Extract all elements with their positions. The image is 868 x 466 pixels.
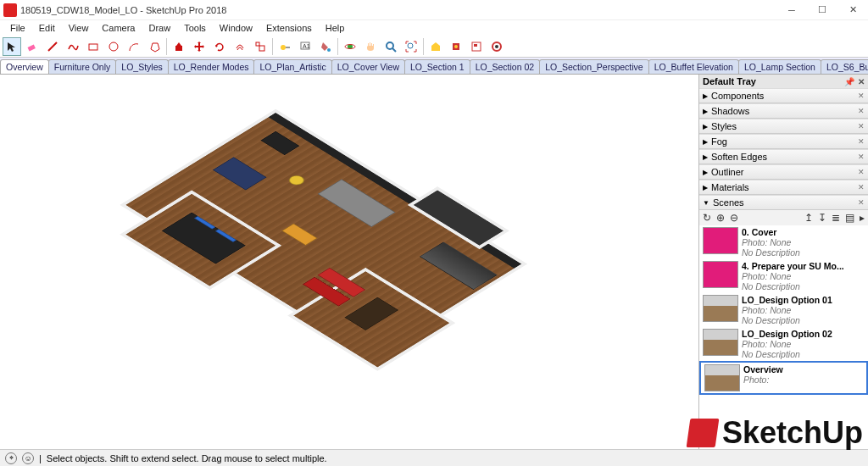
credits-icon[interactable]: ☺ — [22, 452, 34, 464]
arc-tool[interactable] — [125, 37, 143, 56]
scene-tab[interactable]: LO_Section 02 — [470, 59, 540, 74]
menu-extensions[interactable]: Extensions — [259, 21, 319, 35]
menu-view[interactable]: View — [62, 21, 96, 35]
tray-title: Default Tray — [703, 76, 756, 86]
scene-item-text: 4. Prepare your SU Mo...Photo: NoneNo De… — [742, 261, 844, 291]
scene-list-item[interactable]: 0. CoverPhoto: NoneNo Description — [699, 225, 868, 259]
pan-tool[interactable] — [361, 37, 380, 56]
panel-label: Outliner — [711, 167, 858, 177]
maximize-button[interactable]: ☐ — [807, 0, 837, 20]
scene-thumbnail — [703, 295, 738, 322]
tray-panel-components[interactable]: ▶Components✕ — [699, 88, 868, 103]
scene-add-icon[interactable]: ⊕ — [716, 212, 725, 224]
svg-point-9 — [327, 48, 331, 52]
move-tool[interactable] — [190, 37, 209, 56]
scene-moveup-icon[interactable]: ↥ — [804, 212, 813, 224]
panel-label: Fog — [711, 136, 858, 147]
default-tray: Default Tray 📌✕ ▶Components✕▶Shadows✕▶St… — [698, 75, 868, 449]
scene-list-item[interactable]: LO_Design Option 02Photo: NoneNo Descrip… — [699, 327, 868, 361]
scene-tab[interactable]: Overview — [0, 59, 49, 74]
svg-point-13 — [408, 43, 413, 48]
tray-panel-scenes[interactable]: ▼Scenes✕ — [699, 195, 868, 210]
scenes-panel-body: ↻ ⊕ ⊖ ↥ ↧ ≣ ▤ ▸ 0. CoverPhoto: NoneNo De… — [699, 210, 868, 449]
scale-tool[interactable] — [251, 37, 270, 56]
app-icon — [3, 3, 17, 17]
model-viewport[interactable] — [0, 75, 698, 449]
tray-panel-shadows[interactable]: ▶Shadows✕ — [699, 103, 868, 119]
eraser-tool[interactable] — [23, 37, 42, 56]
panel-close-icon[interactable]: ✕ — [858, 198, 865, 207]
scene-tab[interactable]: LO_Buffet Elevation — [648, 59, 739, 74]
tray-panel-outliner[interactable]: ▶Outliner✕ — [699, 164, 868, 180]
sketchup-watermark: SketchUp — [688, 415, 863, 451]
orbit-tool[interactable] — [341, 37, 359, 56]
scene-list-item[interactable]: LO_Design Option 01Photo: NoneNo Descrip… — [699, 293, 868, 327]
scene-tab[interactable]: Furniture Only — [48, 59, 117, 74]
scene-remove-icon[interactable]: ⊖ — [730, 212, 738, 224]
tray-panel-styles[interactable]: ▶Styles✕ — [699, 119, 868, 134]
warehouse-tool[interactable] — [426, 37, 445, 56]
scene-tab[interactable]: LO_Render Modes — [168, 59, 255, 74]
menu-draw[interactable]: Draw — [142, 21, 177, 35]
scene-view-details-icon[interactable]: ▤ — [845, 212, 854, 224]
panel-close-icon[interactable]: ✕ — [858, 153, 865, 161]
menu-file[interactable]: File — [3, 21, 32, 35]
scene-menu-icon[interactable]: ▸ — [860, 212, 865, 224]
text-tool[interactable]: A1 — [296, 37, 314, 56]
tray-panel-soften-edges[interactable]: ▶Soften Edges✕ — [699, 149, 868, 164]
scene-tab[interactable]: LO_Section_Perspective — [539, 59, 649, 74]
zoom-extents-tool[interactable] — [402, 37, 420, 56]
menu-window[interactable]: Window — [213, 21, 259, 35]
menu-camera[interactable]: Camera — [95, 21, 142, 35]
offset-tool[interactable] — [231, 37, 249, 56]
menu-help[interactable]: Help — [319, 21, 352, 35]
scene-tab[interactable]: LO_Section 1 — [404, 59, 470, 74]
tray-close-icon[interactable]: ✕ — [858, 77, 865, 86]
panel-close-icon[interactable]: ✕ — [858, 168, 865, 176]
tray-pin-icon[interactable]: 📌 — [844, 77, 854, 86]
window-controls: ─ ☐ ✕ — [776, 0, 868, 20]
scene-tab[interactable]: LO_Cover View — [331, 59, 405, 74]
scene-tab[interactable]: LO_Lamp Section — [738, 59, 821, 74]
panel-close-icon[interactable]: ✕ — [858, 92, 865, 100]
rotate-tool[interactable] — [210, 37, 229, 56]
sketchup-cube-icon — [687, 419, 720, 447]
line-tool[interactable] — [43, 37, 62, 56]
pushpull-tool[interactable] — [170, 37, 188, 56]
panel-close-icon[interactable]: ✕ — [858, 122, 865, 130]
extension-manager-tool[interactable] — [487, 37, 506, 56]
polygon-tool[interactable] — [145, 37, 164, 56]
panel-close-icon[interactable]: ✕ — [858, 183, 865, 191]
panel-close-icon[interactable]: ✕ — [858, 137, 865, 146]
scene-movedown-icon[interactable]: ↧ — [818, 212, 826, 224]
scene-update-icon[interactable]: ↻ — [703, 212, 711, 224]
scene-view-list-icon[interactable]: ≣ — [832, 212, 840, 224]
select-tool[interactable] — [3, 37, 21, 56]
scene-tab[interactable]: LO_Styles — [115, 59, 168, 74]
zoom-tool[interactable] — [381, 37, 400, 56]
tray-panel-fog[interactable]: ▶Fog✕ — [699, 134, 868, 149]
tray-panel-materials[interactable]: ▶Materials✕ — [699, 180, 868, 195]
menu-tools[interactable]: Tools — [177, 21, 213, 35]
panel-label: Soften Edges — [711, 152, 858, 162]
paint-tool[interactable] — [316, 37, 335, 56]
disclosure-icon: ▶ — [703, 169, 708, 176]
layout-tool[interactable] — [467, 37, 486, 56]
panel-close-icon[interactable]: ✕ — [858, 107, 865, 115]
close-button[interactable]: ✕ — [837, 0, 868, 20]
svg-rect-1 — [89, 44, 97, 50]
geolocation-icon[interactable]: ⌖ — [5, 452, 17, 464]
extension-warehouse-tool[interactable] — [447, 37, 465, 56]
circle-tool[interactable] — [104, 37, 123, 56]
freehand-tool[interactable] — [64, 37, 82, 56]
scene-thumbnail — [704, 364, 740, 391]
menu-edit[interactable]: Edit — [32, 21, 62, 35]
menubar: FileEditViewCameraDrawToolsWindowExtensi… — [0, 20, 868, 36]
scene-list-item[interactable]: 4. Prepare your SU Mo...Photo: NoneNo De… — [699, 259, 868, 293]
minimize-button[interactable]: ─ — [776, 0, 807, 20]
scene-list-item[interactable]: OverviewPhoto: — [699, 361, 868, 395]
disclosure-icon: ▶ — [703, 138, 708, 146]
scene-tab[interactable]: LO_S6_Buffet Elevation — [821, 59, 868, 74]
tape-tool[interactable] — [275, 37, 294, 56]
rectangle-tool[interactable] — [84, 37, 103, 56]
